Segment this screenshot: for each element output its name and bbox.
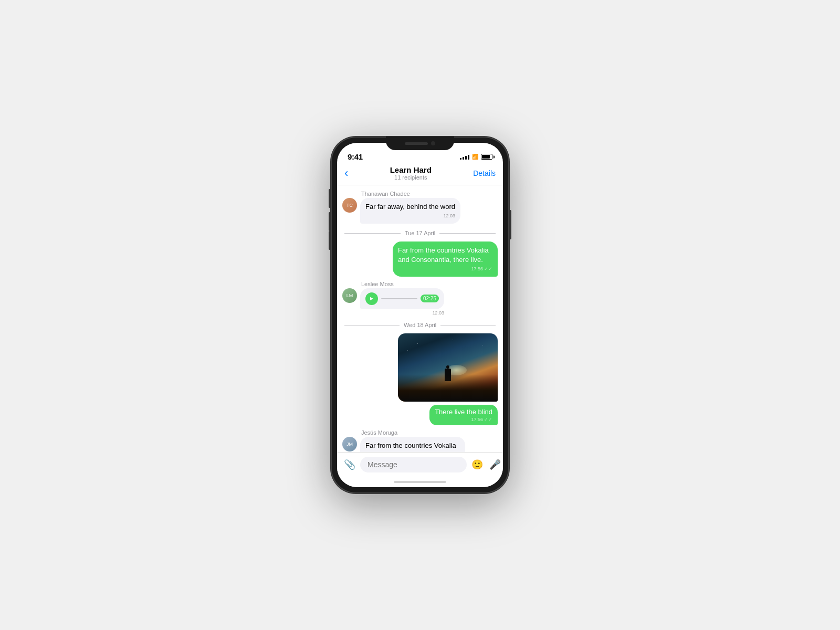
input-bar: 📎 🙂 🎤 <box>337 452 503 477</box>
avatar: LM <box>342 288 357 303</box>
message-bubble: Far from the countries Vokalia and Conso… <box>393 242 498 277</box>
message-text: Far far away, behind the word <box>365 203 455 211</box>
voice-message-bubble[interactable]: ▶ 02:25 <box>360 288 444 309</box>
emoji-button[interactable]: 🙂 <box>470 457 485 472</box>
divider-date: Wed 18 April <box>404 322 436 328</box>
message-time: 12:03 <box>360 310 444 316</box>
avatar: TC <box>342 198 357 213</box>
phone-screen: 9:41 📶 ‹ Lear <box>337 143 503 487</box>
voice-duration: 02:25 <box>421 295 439 302</box>
phone-device: 9:41 📶 ‹ Lear <box>331 136 509 494</box>
stars-decoration <box>398 333 498 368</box>
mic-button[interactable]: 🎤 <box>488 457 502 472</box>
divider-line <box>344 325 400 326</box>
caption-text: There live the blind <box>435 408 492 416</box>
checkmarks: ✓✓ <box>484 266 492 272</box>
microphone-icon: 🎤 <box>489 459 501 470</box>
wifi-icon: 📶 <box>472 154 478 160</box>
image-placeholder <box>398 333 498 402</box>
message-container: Jesús Moruga Far from the countries Voka… <box>360 429 465 452</box>
back-button[interactable]: ‹ <box>344 167 348 179</box>
play-button[interactable]: ▶ <box>365 292 378 305</box>
avatar: JM <box>342 437 357 452</box>
sender-name: Leslee Moss <box>361 281 444 287</box>
camera <box>431 141 435 145</box>
table-row: LM Leslee Moss ▶ 02:25 12:03 <box>337 280 503 317</box>
divider-line <box>440 325 496 326</box>
paperclip-icon: 📎 <box>344 459 355 470</box>
divider-line <box>344 233 401 234</box>
caption-row: There live the blind 17:56 ✓✓ <box>429 403 498 425</box>
sender-name: Thanawan Chadee <box>361 191 460 197</box>
divider-date: Tue 17 April <box>405 230 435 236</box>
status-time: 9:41 <box>348 152 363 161</box>
chat-title: Learn Hard <box>352 165 469 174</box>
details-button[interactable]: Details <box>473 169 496 177</box>
checkmarks: ✓✓ <box>484 417 492 422</box>
home-bar <box>394 481 446 483</box>
message-container: Leslee Moss ▶ 02:25 12:03 <box>360 281 444 316</box>
messages-area[interactable]: TC Thanawan Chadee Far far away, behind … <box>337 185 503 452</box>
phone-body: 9:41 📶 ‹ Lear <box>331 136 509 494</box>
message-time: 17:56 ✓✓ <box>435 417 492 422</box>
caption-bubble: There live the blind 17:56 ✓✓ <box>429 405 498 425</box>
chat-subtitle: 11 recipients <box>352 174 469 181</box>
divider-line <box>439 233 496 234</box>
phone-notch <box>386 136 454 150</box>
status-icons: 📶 <box>460 154 492 160</box>
mountain-decoration <box>398 374 498 402</box>
table-row: TC Thanawan Chadee Far far away, behind … <box>337 190 503 225</box>
message-time: 12:03 <box>365 213 455 219</box>
message-time: 17:56 ✓✓ <box>398 266 492 272</box>
sender-name: Jesús Moruga <box>361 429 465 436</box>
outgoing-message-group: Far from the countries Vokalia and Conso… <box>337 240 503 278</box>
attach-button[interactable]: 📎 <box>342 457 357 472</box>
image-message[interactable] <box>398 333 498 402</box>
chat-header: ‹ Learn Hard 11 recipients Details <box>337 163 503 185</box>
message-bubble: Far far away, behind the word 12:03 <box>360 198 460 224</box>
home-indicator <box>337 477 503 487</box>
signal-icon <box>460 154 469 160</box>
message-container: Thanawan Chadee Far far away, behind the… <box>360 191 460 224</box>
date-divider: Tue 17 April <box>337 226 503 240</box>
speaker <box>405 142 428 145</box>
date-divider: Wed 18 April <box>337 318 503 332</box>
message-bubble: Far from the countries Vokalia and Conso… <box>360 437 465 452</box>
message-text: Far from the countries Vokalia and Conso… <box>398 246 489 264</box>
battery-icon <box>481 154 492 160</box>
emoji-icon: 🙂 <box>471 459 483 470</box>
header-center: Learn Hard 11 recipients <box>352 165 469 181</box>
table-row: JM Jesús Moruga Far from the countries V… <box>337 428 503 452</box>
message-text: Far from the countries Vokalia and Conso… <box>365 442 460 452</box>
message-input[interactable] <box>360 457 467 472</box>
waveform <box>381 298 417 299</box>
outgoing-image-group: There live the blind 17:56 ✓✓ <box>337 332 503 426</box>
